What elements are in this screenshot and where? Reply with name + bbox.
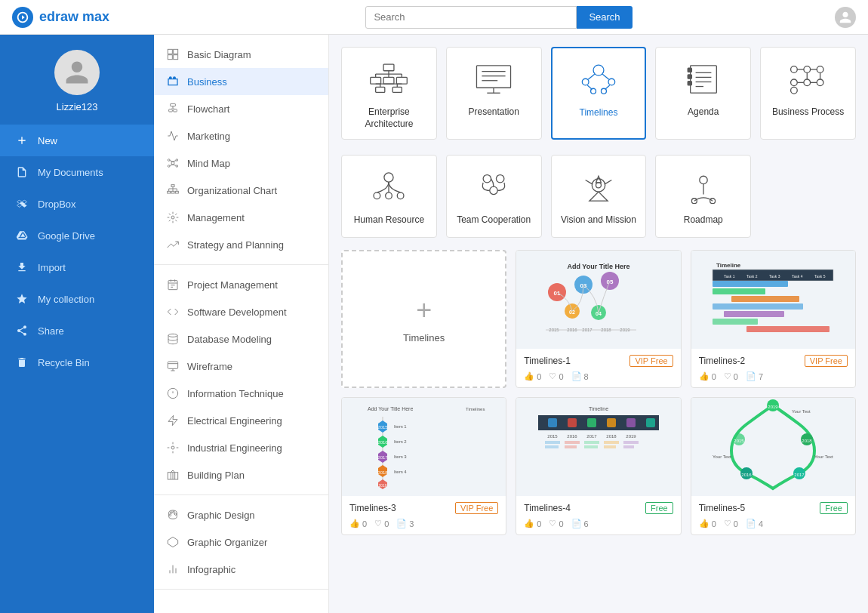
sidebar-item-share[interactable]: Share [0,315,154,347]
svg-marker-47 [168,537,177,547]
timelines-3-badge: VIP Free [455,502,498,514]
svg-rect-60 [393,87,402,92]
templates-grid-row2: Human Resource Team Cooperation [341,155,856,238]
svg-text:Item 1: Item 1 [394,424,407,429]
timelines-3-hearts: ♡ 0 [374,519,389,528]
svg-line-109 [586,180,593,184]
cat-item-industrial-engineering[interactable]: Industrial Engineering [154,434,328,461]
cat-item-electrical-engineering[interactable]: Electrical Engineering [154,407,328,434]
svg-rect-183 [604,445,616,448]
result-card-timelines-3[interactable]: Add Your Title Here Timelines 2015 Item … [341,397,506,535]
org-chart-icon [166,183,180,197]
cat-item-strategy-planning[interactable]: Strategy and Planning [154,231,328,258]
category-menu: Basic Diagram Business Flowchart Marketi… [154,35,329,613]
timelines-5-thumb: 2019 2018 2017 2016 2015 Your Text Your … [691,398,855,496]
sidebar-item-recycle-bin[interactable]: Recycle Bin [0,347,154,378]
sidebar-item-google-drive[interactable]: Google Drive [0,220,154,251]
cat-item-mind-map[interactable]: Mind Map [154,149,328,177]
cat-item-management[interactable]: Management [154,204,328,231]
svg-text:Timeline: Timeline [716,262,741,269]
result-card-timelines-1[interactable]: Add Your Title Here 01 03 05 02 04 2015 [516,250,681,388]
infographic-icon [166,562,180,576]
cat-item-org-chart[interactable]: Organizational Chart [154,177,328,204]
result-card-timelines-4[interactable]: Timeline 2015 2016 2017 [516,397,681,535]
search-input[interactable] [365,6,577,29]
cat-item-business[interactable]: Business [154,68,328,95]
search-button[interactable]: Search [577,6,632,29]
svg-rect-59 [376,87,385,92]
svg-rect-144 [713,319,758,325]
svg-point-70 [593,65,604,75]
cat-item-graphic-design[interactable]: Graphic Design [154,501,328,528]
sidebar-item-google-drive-label: Google Drive [38,230,95,242]
add-new-card[interactable]: + Timelines [341,250,506,388]
cat-item-wireframe-label: Wireframe [187,361,232,372]
sidebar-item-dropbox[interactable]: DropBox [0,188,154,220]
sidebar-item-my-collection[interactable]: My collection [0,283,154,315]
svg-point-7 [171,162,174,165]
timelines-2-copies: 📄 7 [746,371,763,381]
cat-item-graphic-organizer[interactable]: Graphic Organizer [154,528,328,556]
result-card-timelines-2[interactable]: Timeline Task 1 Task 2 Task 3 Task 4 Tas… [691,250,856,388]
template-presentation[interactable]: Presentation [446,47,542,140]
svg-text:2017: 2017 [586,434,597,439]
svg-text:2018: 2018 [802,439,813,443]
cat-item-basic-diagram[interactable]: Basic Diagram [154,41,328,68]
avatar [54,50,100,95]
template-agenda[interactable]: Agenda [655,47,751,140]
cat-item-wireframe[interactable]: Wireframe [154,353,328,380]
sidebar-nav: New My Documents DropBox Google Drive [0,125,154,378]
search-area: Search [172,6,826,29]
sidebar-item-import[interactable]: Import [0,251,154,283]
svg-point-105 [497,175,504,183]
cat-item-building-plan[interactable]: Building Plan [154,461,328,488]
cat-item-software-development[interactable]: Software Development [154,298,328,325]
cat-item-software-development-label: Software Development [187,306,287,318]
cat-item-flowchart[interactable]: Flowchart [154,95,328,122]
svg-rect-84 [688,68,691,72]
cat-item-strategy-planning-label: Strategy and Planning [187,239,284,251]
result-card-timelines-5[interactable]: 2019 2018 2017 2016 2015 Your Text Your … [691,397,856,535]
svg-text:Item 3: Item 3 [394,454,407,459]
svg-line-14 [170,165,173,165]
svg-rect-53 [383,77,394,84]
svg-text:Add Your Title Here: Add Your Title Here [567,263,629,270]
human-resource-label: Human Resource [354,214,424,226]
svg-rect-142 [713,303,803,310]
svg-line-15 [173,165,176,165]
template-business-process[interactable]: Business Process [760,47,856,140]
svg-text:Task 1: Task 1 [724,274,735,279]
database-icon [166,332,180,346]
cat-item-marketing[interactable]: Marketing [154,122,328,149]
template-team-cooperation[interactable]: Team Cooperation [446,155,542,238]
add-new-icon: + [416,294,432,326]
sidebar-item-new[interactable]: New [0,125,154,156]
template-vision-mission[interactable]: Vision and Mission [551,155,647,238]
building-plan-icon [166,468,180,482]
timelines-5-title: Timelines-5 [699,503,746,513]
timelines-1-likes: 👍 0 [524,371,541,381]
cat-item-project-management[interactable]: Project Management [154,271,328,298]
svg-line-13 [173,161,176,162]
dropbox-icon [15,197,29,211]
template-roadmap[interactable]: Roadmap [655,155,751,238]
svg-point-32 [168,334,177,337]
svg-rect-85 [688,75,691,79]
template-human-resource[interactable]: Human Resource [341,155,437,238]
cat-item-database-modeling[interactable]: Database Modeling [154,325,328,353]
timelines-4-title: Timelines-4 [524,503,571,513]
template-timelines[interactable]: Timelines [551,47,647,140]
timelines-2-info: Timelines-2 VIP Free 👍 0 ♡ 0 📄 7 [691,349,855,387]
template-enterprise-architecture[interactable]: Enterprise Architecture [341,47,437,140]
sidebar-item-my-documents[interactable]: My Documents [0,156,154,188]
cat-item-information-technique[interactable]: Information Technique [154,380,328,407]
timelines-1-info: Timelines-1 VIP Free 👍 0 ♡ 0 📄 8 [516,349,680,387]
empty-slot [760,155,856,238]
svg-rect-3 [174,55,178,60]
timelines-4-info: Timelines-4 Free 👍 0 ♡ 0 📄 6 [516,496,680,534]
svg-text:Task 3: Task 3 [769,274,780,279]
graphic-organizer-icon [166,535,180,549]
timelines-2-hearts: ♡ 0 [724,371,738,381]
user-avatar-top[interactable] [835,7,856,28]
cat-item-infographic[interactable]: Infographic [154,556,328,583]
